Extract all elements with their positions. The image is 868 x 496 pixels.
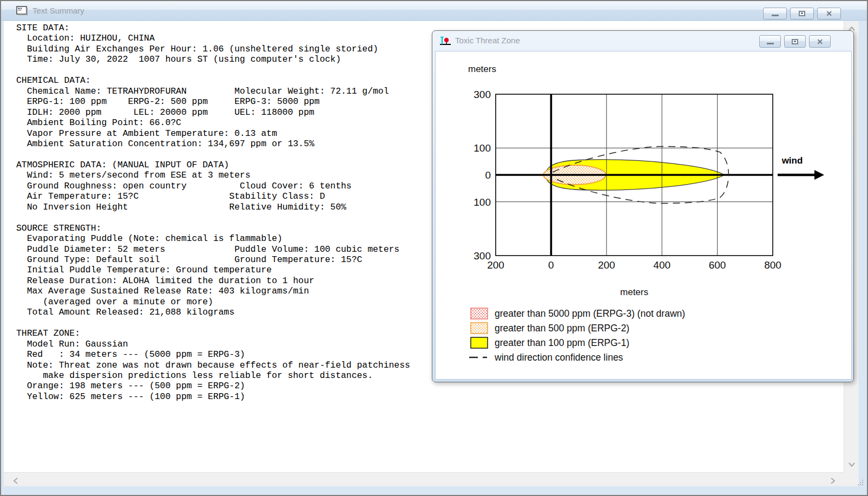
resize-grip-icon[interactable] <box>857 480 864 486</box>
threat-zone-plot: meters meters 20002004006008003001000100… <box>436 51 851 379</box>
ttz-close-icon: ✕ <box>817 38 823 45</box>
plot-body: 20002004006008003001000100300 <box>474 89 781 271</box>
legend-swatch-erpg3-icon <box>471 308 488 319</box>
ttz-minimize-icon <box>767 43 774 44</box>
x-axis-title: meters <box>620 287 648 297</box>
legend-label-confidence: wind direction confidence lines <box>494 352 623 363</box>
x-tick-label: 800 <box>764 259 781 271</box>
x-tick-label: 0 <box>548 259 554 271</box>
y-axis-title: meters <box>468 64 496 74</box>
legend-label-erpg1: greater than 100 ppm (ERPG-1) <box>495 337 629 348</box>
ttz-minimize-button[interactable] <box>759 35 781 48</box>
toxic-threat-zone-title: Toxic Threat Zone <box>455 36 520 45</box>
ttz-maximize-button[interactable] <box>784 35 806 48</box>
plot-legend: greater than 5000 ppm (ERPG-3) (not draw… <box>469 308 685 363</box>
x-tick-label: 600 <box>709 259 726 271</box>
maximize-icon <box>799 11 805 16</box>
scrollbar-corner <box>844 472 859 486</box>
y-tick-label: 100 <box>474 197 491 208</box>
scroll-down-icon[interactable] <box>849 462 855 467</box>
ttz-close-button[interactable]: ✕ <box>809 35 831 48</box>
y-tick-label: 0 <box>485 169 491 181</box>
x-tick-label: 400 <box>653 259 670 271</box>
y-tick-label: 300 <box>474 250 491 262</box>
legend-swatch-erpg2-icon <box>471 323 488 334</box>
wind-arrow-icon <box>778 170 824 180</box>
x-tick-label: 200 <box>598 259 615 271</box>
minimize-icon <box>772 15 779 16</box>
legend-label-erpg2: greater than 500 ppm (ERPG-2) <box>495 323 629 334</box>
scroll-left-icon[interactable] <box>14 478 18 484</box>
y-tick-label: 300 <box>474 89 491 100</box>
text-summary-title: Text Summary <box>32 6 84 15</box>
text-summary-titlebar[interactable]: Text Summary ✕ <box>1 1 867 21</box>
legend-label-erpg3: greater than 5000 ppm (ERPG-3) (not draw… <box>495 308 685 319</box>
text-summary-icon <box>16 6 28 16</box>
legend-swatch-erpg1-icon <box>471 337 488 348</box>
toxic-threat-zone-window: Toxic Threat Zone ✕ <box>432 30 854 382</box>
toxic-threat-zone-titlebar[interactable]: Toxic Threat Zone ✕ <box>432 31 853 51</box>
close-icon: ✕ <box>826 10 832 17</box>
text-summary-report: SITE DATA: Location: HUIZHOU, CHINA Buil… <box>16 23 410 402</box>
minimize-button[interactable] <box>763 8 787 19</box>
aloha-app-window: Text Summary ✕ SITE DATA: Location: HUIZ… <box>0 0 868 496</box>
horizontal-scrollbar[interactable] <box>4 472 844 486</box>
threat-zone-plot-area: meters meters 20002004006008003001000100… <box>435 51 852 380</box>
threat-zone-icon <box>439 36 451 46</box>
wind-label: wind <box>781 155 803 166</box>
ttz-maximize-icon <box>792 39 798 44</box>
close-button[interactable]: ✕ <box>817 8 841 19</box>
y-tick-label: 100 <box>474 142 491 154</box>
maximize-button[interactable] <box>790 8 814 19</box>
scroll-right-icon[interactable] <box>831 478 835 484</box>
